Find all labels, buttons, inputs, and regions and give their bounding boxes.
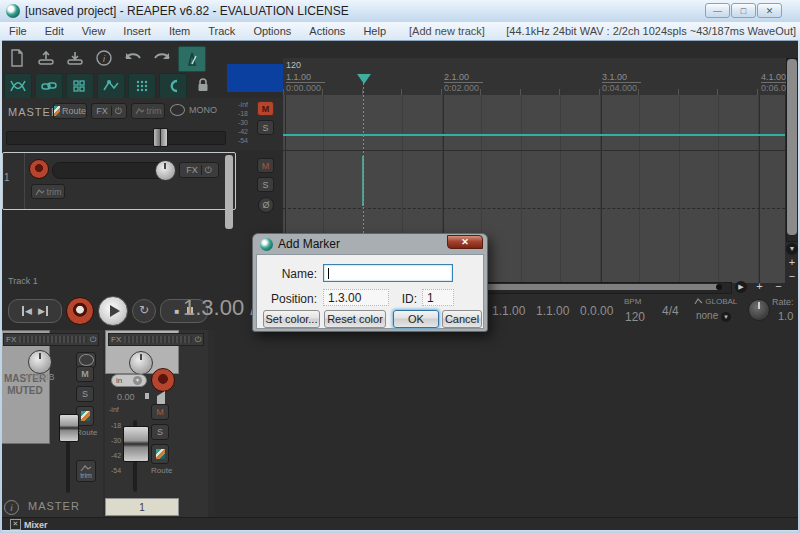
menu-view[interactable]: View xyxy=(73,25,115,37)
snap-icon[interactable] xyxy=(159,73,187,99)
menu-item[interactable]: Item xyxy=(160,25,199,37)
master-fx-button[interactable]: FX⏻ xyxy=(91,103,127,119)
track1-record-arm-button[interactable] xyxy=(29,159,49,179)
repeat-button[interactable]: ↻ xyxy=(132,299,156,323)
track1-input-selector[interactable]: in ▼ xyxy=(111,374,147,387)
zoom-in-vertical-button[interactable]: + xyxy=(786,257,799,269)
rate-value[interactable]: 1.0 xyxy=(778,310,793,322)
track1-pan-knob[interactable] xyxy=(129,351,153,375)
master-volume-envelope[interactable] xyxy=(283,134,785,136)
track1-trim-button[interactable]: trim xyxy=(31,184,65,199)
mixer-track1-fader[interactable] xyxy=(123,426,149,462)
edit-cursor-handle[interactable] xyxy=(357,74,371,84)
add-new-track-button[interactable]: [Add new track] xyxy=(409,25,485,37)
mixer-master-mute-button[interactable]: M xyxy=(76,366,94,382)
master-solo-button[interactable]: S xyxy=(257,120,274,135)
master-fader-thumb[interactable] xyxy=(153,128,168,147)
bpm-value[interactable]: 120 xyxy=(625,310,645,324)
stop-button[interactable]: ■ xyxy=(175,307,180,316)
track1-fx-insert-row[interactable]: FX⏻ xyxy=(108,333,204,346)
cancel-button[interactable]: Cancel xyxy=(442,310,482,328)
ok-button[interactable]: OK xyxy=(393,310,439,328)
audio-device-status[interactable]: [44.1kHz 24bit WAV : 2/2ch 1024spls ~43/… xyxy=(506,25,796,37)
lock-icon[interactable] xyxy=(190,73,216,97)
project-settings-icon[interactable]: i xyxy=(91,46,117,70)
go-to-end-button[interactable]: ▶ xyxy=(38,306,48,316)
track-panel-scroll-strip[interactable] xyxy=(225,155,233,229)
fx-power-icon[interactable]: ⏻ xyxy=(195,335,201,345)
new-project-icon[interactable] xyxy=(4,46,30,70)
set-color-button[interactable]: Set color... xyxy=(263,310,320,328)
selection-start-display[interactable]: 1.1.00 xyxy=(492,304,525,318)
menu-options[interactable]: Options xyxy=(244,25,300,37)
master-volume-fader[interactable] xyxy=(6,131,226,145)
menu-actions[interactable]: Actions xyxy=(300,25,354,37)
track1-volume-knob[interactable] xyxy=(155,160,176,181)
undo-icon[interactable] xyxy=(120,46,146,70)
zoom-out-horizontal-button[interactable]: − xyxy=(772,281,785,293)
selection-end-display[interactable]: 1.1.00 xyxy=(536,304,569,318)
mixer-track1-record-arm[interactable] xyxy=(151,368,175,392)
menu-help[interactable]: Help xyxy=(354,25,395,37)
track1-name-field[interactable]: 1 xyxy=(105,498,179,516)
mixer-tab[interactable]: ✕ Mixer xyxy=(10,519,48,530)
dialog-close-button[interactable]: ✕ xyxy=(447,235,483,249)
global-automation-value[interactable]: none ▼ xyxy=(696,310,731,322)
open-project-icon[interactable] xyxy=(33,46,59,70)
playrate-knob[interactable] xyxy=(748,299,770,321)
maximize-button[interactable]: □ xyxy=(731,3,756,18)
track1-mute-button[interactable]: M xyxy=(257,158,274,173)
selection-length-display[interactable]: 0.0.00 xyxy=(580,304,613,318)
master-fader-track[interactable] xyxy=(66,438,70,493)
tempo-marker[interactable]: 120 xyxy=(286,60,301,70)
go-to-start-button[interactable]: ◀ xyxy=(22,306,32,316)
marker-name-input[interactable] xyxy=(323,264,453,282)
menu-track[interactable]: Track xyxy=(199,25,244,37)
envelope-icon[interactable] xyxy=(97,73,125,99)
fx-power-icon[interactable]: ⏻ xyxy=(90,335,96,345)
region-block[interactable] xyxy=(227,64,283,92)
mixer-master-trim-button[interactable]: trim xyxy=(76,460,96,482)
item-grouping-icon[interactable] xyxy=(35,73,63,99)
master-muted-panel[interactable]: MASTERMUTED xyxy=(0,330,50,444)
time-signature[interactable]: 4/4 xyxy=(662,304,679,318)
info-icon[interactable]: i xyxy=(4,500,19,515)
track1-gain-readout[interactable]: 0.00 xyxy=(117,392,135,402)
arrange-menu-icon[interactable]: ▶ xyxy=(735,281,747,293)
mixer-track1-strip[interactable]: FX⏻ in ▼ 0.00 -inf -18 -30 -42 -54 M S R… xyxy=(105,330,208,517)
master-fx-insert-row[interactable]: FX⏻ xyxy=(3,333,99,346)
record-button[interactable] xyxy=(66,297,94,325)
track-dropdown-icon[interactable]: ▼ xyxy=(786,243,798,255)
menu-edit[interactable]: Edit xyxy=(36,25,73,37)
track1-fx-button[interactable]: FX⏻ xyxy=(179,162,219,178)
mixer-master-strip[interactable]: FX⏻ 0.00dB MASTERMUTED M S Route trim i xyxy=(0,330,103,517)
reset-color-button[interactable]: Reset color xyxy=(324,310,386,328)
zoom-in-horizontal-button[interactable]: + xyxy=(753,281,766,293)
master-trim-button[interactable]: trim xyxy=(131,103,165,119)
master-gain-readout[interactable]: 0.00dB xyxy=(26,372,55,382)
grid-icon[interactable] xyxy=(128,73,156,99)
mixer-track1-route-button[interactable] xyxy=(151,444,169,464)
auto-crossfade-icon[interactable] xyxy=(4,73,32,99)
metronome-icon[interactable] xyxy=(178,46,206,72)
marker-id-field[interactable]: 1 xyxy=(422,289,454,306)
menu-insert[interactable]: Insert xyxy=(114,25,160,37)
mixer-master-fader[interactable] xyxy=(59,414,79,442)
fx-power-icon[interactable]: ⏻ xyxy=(111,106,122,116)
zoom-out-vertical-button[interactable]: − xyxy=(786,271,799,283)
master-mute-button[interactable]: M xyxy=(257,101,274,116)
mixer-track1-solo-button[interactable]: S xyxy=(151,424,169,440)
save-project-icon[interactable] xyxy=(62,46,88,70)
master-route-button[interactable]: Route xyxy=(53,103,87,119)
minimize-button[interactable]: — xyxy=(705,3,730,18)
redo-icon[interactable] xyxy=(149,46,175,70)
playback-position-display[interactable]: 1.3.00 / xyxy=(183,295,256,321)
mixer-track1-mute-button[interactable]: M xyxy=(151,404,169,420)
marker-position-field[interactable]: 1.3.00 xyxy=(323,289,389,306)
mixer-master-solo-button[interactable]: S xyxy=(76,386,94,402)
title-bar[interactable]: [unsaved project] - REAPER v6.82 - EVALU… xyxy=(0,0,800,23)
ripple-edit-icon[interactable] xyxy=(66,73,94,99)
track1-solo-button[interactable]: S xyxy=(257,177,274,192)
close-icon[interactable]: ✕ xyxy=(10,519,21,530)
vertical-scrollbar-thumb[interactable] xyxy=(787,59,797,235)
